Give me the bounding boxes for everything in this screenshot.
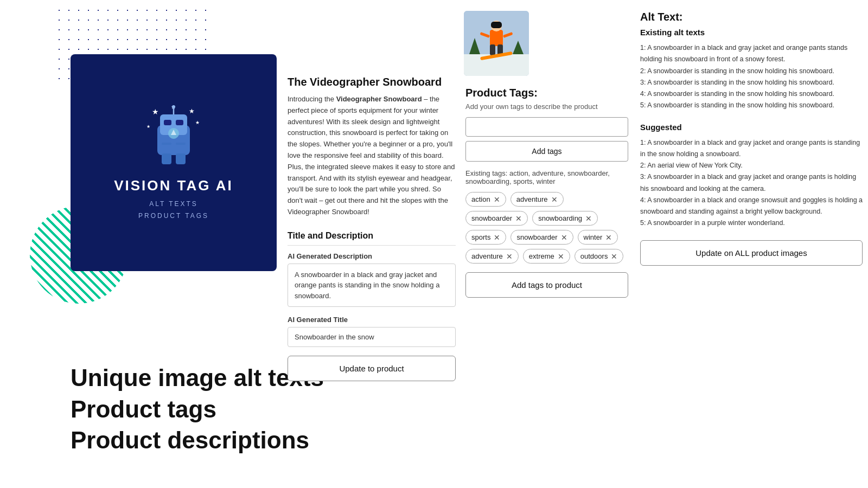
update-all-product-images-button[interactable]: Update on ALL product images (640, 240, 863, 266)
alt-suggested-title: Suggested (640, 123, 863, 132)
product-title: The Videographer Snowboard (288, 76, 456, 88)
tags-subtitle: Add your own tags to describe the produc… (465, 102, 628, 111)
alt-suggested-3: 3: A snowboarder in a black and gray jac… (640, 171, 863, 195)
svg-rect-13 (162, 143, 171, 145)
alt-text-section: Alt Text: Existing alt texts 1: A snowbo… (640, 11, 868, 266)
tag-chip-action[interactable]: action ✕ (465, 192, 506, 207)
tag-chip-snowboarder1[interactable]: snowboarder ✕ (465, 211, 528, 226)
tag-chip-snowboarder2[interactable]: snowboarder ✕ (510, 230, 573, 245)
tag-chip-adventure2[interactable]: adventure ✕ (465, 249, 519, 264)
tag-chip-adventure[interactable]: adventure ✕ (510, 192, 564, 207)
update-to-product-button[interactable]: Update to product (288, 356, 456, 381)
svg-rect-16 (176, 153, 186, 164)
svg-rect-10 (176, 120, 183, 125)
svg-rect-9 (164, 120, 171, 125)
logo-subtitle: ALT TEXTS PRODUCT TAGS (138, 198, 209, 222)
alt-suggested-2: 2: An aerial view of New York City. (640, 160, 863, 171)
tags-section: Product Tags: Add your own tags to descr… (465, 87, 628, 298)
alt-suggested-5: 5: A snowboarder in a purple winter wond… (640, 217, 863, 229)
alt-existing-title: Existing alt texts (640, 28, 863, 37)
alt-suggested-4: 4: A snowboarder in a black and orange s… (640, 195, 863, 218)
svg-text:★: ★ (189, 107, 195, 115)
add-tags-button[interactable]: Add tags (465, 141, 628, 162)
product-section: The Videographer Snowboard Introducing t… (288, 76, 456, 381)
svg-rect-24 (491, 22, 502, 28)
alt-existing-3: 3: A snowboarder is standing in the snow… (640, 77, 863, 88)
tag-chip-snowboarding[interactable]: snowboarding ✕ (532, 211, 598, 226)
ai-title-label: AI Generated Title (288, 316, 456, 324)
svg-rect-25 (490, 44, 495, 55)
svg-point-8 (172, 105, 175, 108)
svg-rect-14 (176, 143, 186, 145)
svg-text:★: ★ (146, 124, 150, 129)
alt-existing-5: 5: A snowboarder is standing in the snow… (640, 100, 863, 111)
product-description: Introducing the Videographer Snowboard –… (288, 94, 456, 218)
alt-existing-4: 4: A snowboarder is standing in the snow… (640, 88, 863, 100)
alt-existing-1: 1: A snowboarder in a black and gray jac… (640, 42, 863, 66)
tag-chip-outdoors[interactable]: outdoors ✕ (575, 249, 624, 264)
alt-existing-list: 1: A snowboarder in a black and gray jac… (640, 42, 863, 112)
svg-rect-22 (490, 30, 503, 46)
title-desc-heading: Title and Description (288, 231, 456, 246)
robot-icon: ★ ★ ★ ★ ★ (141, 104, 206, 169)
tag-chip-sports[interactable]: sports ✕ (465, 230, 506, 245)
svg-text:★: ★ (195, 120, 200, 125)
ai-description-box: A snowboarder in a black and gray jacket… (288, 264, 456, 307)
tags-chips-container: action ✕ adventure ✕ snowboarder ✕ snowb… (465, 192, 628, 264)
logo-section: ★ ★ ★ ★ ★ VISION TAG AI AL (71, 54, 277, 271)
alt-existing-2: 2: A snowboarder is standing in the snow… (640, 66, 863, 77)
alt-suggested-list: 1: A snowboarder in a black and gray jac… (640, 137, 863, 229)
svg-text:★: ★ (152, 107, 159, 116)
svg-rect-15 (162, 153, 171, 164)
ai-desc-label: AI Generated Description (288, 252, 456, 260)
tag-chip-extreme[interactable]: extreme ✕ (523, 249, 570, 264)
tags-input[interactable] (465, 117, 628, 137)
alt-suggested-1: 1: A snowboarder in a black and gray jac… (640, 137, 863, 160)
add-tags-to-product-button[interactable]: Add tags to product (465, 272, 628, 298)
alt-text-title: Alt Text: (640, 11, 863, 23)
product-image (464, 11, 529, 76)
hero-text: Unique image alt texts Product tags Prod… (71, 362, 324, 455)
existing-tags-label: Existing tags: action, adventure, snowbo… (465, 169, 628, 185)
tags-section-title: Product Tags: (465, 87, 628, 99)
ai-title-input[interactable] (288, 327, 456, 347)
logo-title: VISION TAG AI (114, 177, 233, 194)
tag-chip-winter[interactable]: winter ✕ (578, 230, 618, 245)
